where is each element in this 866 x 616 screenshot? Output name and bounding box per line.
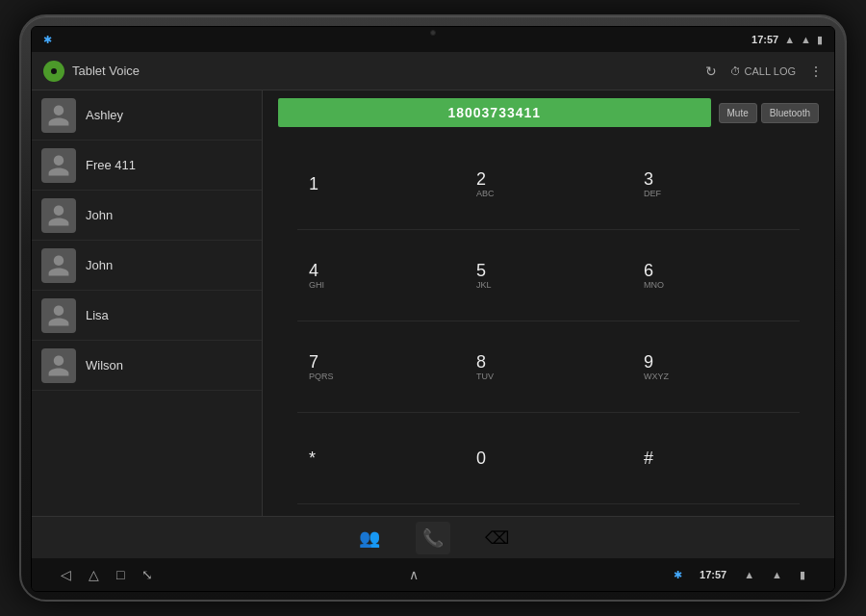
up-icon[interactable]: ∧ xyxy=(409,567,419,582)
key-8[interactable]: 8TUV xyxy=(465,321,632,413)
contact-avatar xyxy=(41,198,76,233)
nav-right: ✱ 17:57 ▲ ▲ ▮ xyxy=(674,569,805,581)
battery-icon: ▮ xyxy=(817,34,823,46)
wifi-icon: ▲ xyxy=(784,34,795,45)
key-digit: 8 xyxy=(476,353,486,371)
key-digit: 0 xyxy=(476,449,486,467)
more-icon[interactable]: ⋮ xyxy=(809,64,823,79)
contact-item[interactable]: John xyxy=(32,241,262,291)
key-#[interactable]: # xyxy=(632,413,800,504)
signal-icon: ▲ xyxy=(801,34,811,45)
key-letters: DEF xyxy=(644,189,661,198)
key-digit: 7 xyxy=(309,353,318,371)
bottom-tabs: 👥 📞 ⌫ xyxy=(32,516,834,558)
contact-avatar xyxy=(41,98,76,133)
nav-center: ∧ xyxy=(409,567,419,582)
home-icon[interactable]: △ xyxy=(89,567,99,582)
key-digit: * xyxy=(309,449,316,467)
mute-button[interactable]: Mute xyxy=(719,103,757,123)
screenshot-icon[interactable]: ⤡ xyxy=(141,567,153,582)
status-time: 17:57 xyxy=(751,34,778,45)
nav-battery-icon: ▮ xyxy=(800,569,805,581)
dialer-panel: 18003733411 Mute Bluetooth 12ABC3DEF4GHI… xyxy=(263,90,834,516)
refresh-icon[interactable]: ↻ xyxy=(705,64,717,79)
key-letters: TUV xyxy=(476,372,494,381)
contact-name: Lisa xyxy=(86,308,109,322)
key-1[interactable]: 1 xyxy=(297,139,465,230)
phone-display-row: 18003733411 Mute Bluetooth xyxy=(278,98,819,127)
key-digit: 1 xyxy=(309,175,318,192)
nav-signal-icon: ▲ xyxy=(772,569,782,580)
key-9[interactable]: 9WXYZ xyxy=(632,321,800,413)
key-4[interactable]: 4GHI xyxy=(297,230,465,321)
contact-name: Wilson xyxy=(86,358,123,372)
key-digit: # xyxy=(644,449,653,467)
key-7[interactable]: 7PQRS xyxy=(297,321,465,413)
app-logo-inner xyxy=(49,66,59,76)
contact-list: Ashley Free 411 John John Lisa Wilson xyxy=(32,90,263,516)
key-5[interactable]: 5JKL xyxy=(465,230,632,321)
key-digit: 9 xyxy=(644,353,653,371)
main-content: Ashley Free 411 John John Lisa Wilson 18… xyxy=(32,90,834,516)
dialer-tab-icon: 📞 xyxy=(422,527,444,549)
nav-bar: ◁ △ □ ⤡ ∧ ✱ 17:57 ▲ ▲ ▮ xyxy=(32,558,834,591)
status-right: 17:57 ▲ ▲ ▮ xyxy=(751,34,823,46)
key-letters: WXYZ xyxy=(644,372,669,381)
nav-time: 17:57 xyxy=(700,569,726,580)
call-log-button[interactable]: ⏱ CALL LOG xyxy=(730,65,796,77)
contact-item[interactable]: John xyxy=(32,191,262,241)
key-digit: 4 xyxy=(309,262,318,279)
key-letters: PQRS xyxy=(309,372,334,381)
nav-bt-icon: ✱ xyxy=(674,569,682,581)
contact-item[interactable]: Free 411 xyxy=(32,141,262,191)
bluetooth-button[interactable]: Bluetooth xyxy=(761,103,819,123)
phone-display: 18003733411 xyxy=(278,98,711,127)
app-bar: Tablet Voice ↻ ⏱ CALL LOG ⋮ xyxy=(32,52,834,90)
keypad: 12ABC3DEF4GHI5JKL6MNO7PQRS8TUV9WXYZ*0# xyxy=(278,135,819,508)
key-letters: JKL xyxy=(476,280,492,290)
app-logo xyxy=(43,61,64,82)
key-6[interactable]: 6MNO xyxy=(632,230,800,321)
backspace-tab-icon: ⌫ xyxy=(485,527,509,549)
nav-left: ◁ △ □ ⤡ xyxy=(61,567,153,582)
key-3[interactable]: 3DEF xyxy=(632,139,800,230)
call-log-label: CALL LOG xyxy=(745,65,796,77)
app-title: Tablet Voice xyxy=(72,64,705,78)
contact-avatar xyxy=(41,348,76,383)
contact-name: Free 411 xyxy=(86,158,136,172)
contact-item[interactable]: Wilson xyxy=(32,341,262,391)
bluetooth-status-icon: ✱ xyxy=(43,34,52,46)
key-letters: MNO xyxy=(644,280,664,290)
phone-number: 18003733411 xyxy=(447,105,541,120)
key-2[interactable]: 2ABC xyxy=(465,139,632,230)
recents-icon[interactable]: □ xyxy=(116,567,124,582)
key-*[interactable]: * xyxy=(297,413,465,504)
contacts-tab-icon: 👥 xyxy=(359,527,380,549)
camera-dot xyxy=(430,30,436,36)
key-digit: 5 xyxy=(476,262,486,279)
app-bar-actions: ↻ ⏱ CALL LOG ⋮ xyxy=(705,64,823,79)
backspace-tab[interactable]: ⌫ xyxy=(479,522,514,554)
contact-avatar xyxy=(41,248,76,283)
contact-avatar xyxy=(41,298,76,333)
call-action-btns: Mute Bluetooth xyxy=(719,103,820,123)
contact-item[interactable]: Lisa xyxy=(32,291,262,341)
contact-name: John xyxy=(86,208,113,222)
tablet-shell: ✱ 17:57 ▲ ▲ ▮ Tablet Voice ↻ ⏱ CALL LOG … xyxy=(19,14,847,602)
key-digit: 3 xyxy=(644,170,653,188)
call-log-clock-icon: ⏱ xyxy=(730,65,741,77)
key-digit: 6 xyxy=(644,262,653,279)
contact-name: John xyxy=(86,258,113,272)
contact-item[interactable]: Ashley xyxy=(32,90,262,141)
key-digit: 2 xyxy=(476,170,486,188)
key-letters: ABC xyxy=(476,189,495,198)
dialer-tab[interactable]: 📞 xyxy=(416,522,450,554)
screen: ✱ 17:57 ▲ ▲ ▮ Tablet Voice ↻ ⏱ CALL LOG … xyxy=(31,26,835,592)
nav-wifi-icon: ▲ xyxy=(744,569,754,580)
key-0[interactable]: 0 xyxy=(465,413,632,504)
key-letters: GHI xyxy=(309,280,324,290)
back-icon[interactable]: ◁ xyxy=(61,567,71,582)
contacts-tab[interactable]: 👥 xyxy=(352,522,387,554)
contact-name: Ashley xyxy=(86,108,123,122)
contact-avatar xyxy=(41,148,76,183)
